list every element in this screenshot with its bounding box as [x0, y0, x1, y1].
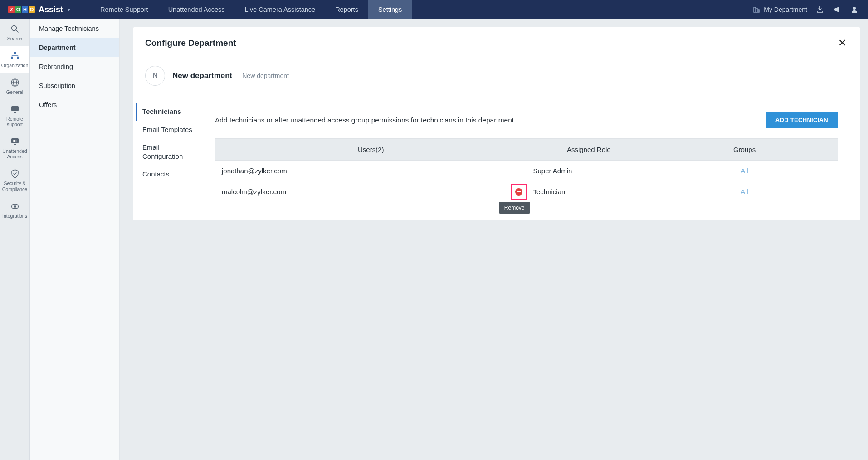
- cell-role: Super Admin: [527, 161, 651, 181]
- topbar-right: My Department: [753, 5, 859, 14]
- top-nav: Remote Support Unattended Access Live Ca…: [90, 0, 412, 19]
- rail-label: General: [6, 89, 23, 95]
- configure-department-panel: Configure Department ✕ N New department …: [133, 27, 860, 220]
- technicians-table: Users(2) Assigned Role Groups jonathan@z…: [215, 138, 838, 202]
- department-name: New department: [172, 71, 232, 80]
- department-subtitle: New department: [242, 72, 289, 79]
- description-text: Add technicians or alter unattended acce…: [215, 116, 756, 124]
- organization-icon: [10, 51, 20, 61]
- tab-content: Add technicians or alter unattended acce…: [205, 103, 851, 220]
- cell-user: malcolm@zylker.com Remove: [215, 181, 527, 202]
- sidebar-item-subscription[interactable]: Subscription: [30, 76, 119, 95]
- groups-link[interactable]: All: [658, 188, 831, 196]
- table-row[interactable]: jonathan@zylker.com Super Admin All: [215, 161, 838, 181]
- chevron-down-icon[interactable]: ▾: [68, 7, 70, 13]
- svg-line-5: [16, 30, 18, 33]
- svg-point-3: [853, 7, 856, 10]
- rail-remote-support[interactable]: Remote support: [0, 99, 29, 132]
- announcement-icon[interactable]: [833, 5, 842, 14]
- logo-zoho-icon: Z O H O: [8, 6, 35, 13]
- add-technician-button[interactable]: ADD TECHNICIAN: [766, 112, 838, 128]
- svg-rect-6: [14, 52, 16, 54]
- svg-rect-7: [11, 57, 13, 59]
- side-tabs: Technicians Email Templates Email Config…: [136, 103, 200, 220]
- topbar: Z O H O Assist ▾ Remote Support Unattend…: [0, 0, 868, 19]
- rail-security[interactable]: Security & Compliance: [0, 164, 29, 196]
- svg-rect-19: [14, 144, 16, 145]
- tab-email-templates[interactable]: Email Templates: [136, 121, 200, 139]
- nav-settings[interactable]: Settings: [368, 0, 412, 19]
- nav-reports[interactable]: Reports: [325, 0, 368, 19]
- cell-groups: All: [651, 161, 838, 181]
- panel-title: Configure Department: [145, 38, 236, 48]
- building-icon: [753, 6, 760, 13]
- svg-point-17: [13, 140, 15, 142]
- department-selector[interactable]: My Department: [753, 6, 807, 13]
- svg-point-4: [11, 26, 16, 31]
- svg-rect-1: [756, 9, 758, 12]
- logo[interactable]: Z O H O Assist ▾: [8, 5, 70, 15]
- rail-label: Search: [7, 36, 22, 41]
- unattended-icon: [10, 137, 20, 147]
- rail-label: Integrations: [2, 213, 27, 219]
- tab-contacts[interactable]: Contacts: [136, 165, 200, 183]
- rail-organization[interactable]: Organization: [0, 46, 29, 73]
- nav-remote-support[interactable]: Remote Support: [90, 0, 158, 19]
- col-role: Assigned Role: [527, 139, 651, 161]
- table-row[interactable]: malcolm@zylker.com Remove Technician All: [215, 181, 838, 202]
- cell-groups: All: [651, 181, 838, 202]
- remove-button[interactable]: [511, 184, 527, 200]
- rail-general[interactable]: General: [0, 73, 29, 99]
- remove-minus-icon: [515, 188, 522, 196]
- sidebar-item-department[interactable]: Department: [30, 38, 119, 57]
- svg-rect-18: [15, 141, 17, 141]
- remove-tooltip: Remove: [499, 202, 530, 214]
- sidebar-item-rebranding[interactable]: Rebranding: [30, 57, 119, 76]
- close-icon[interactable]: ✕: [836, 37, 848, 49]
- svg-rect-8: [17, 57, 19, 59]
- department-label: My Department: [764, 6, 807, 13]
- logo-product: Assist: [39, 5, 63, 15]
- main-area: Configure Department ✕ N New department …: [120, 19, 868, 460]
- rail-label: Security & Compliance: [1, 181, 29, 191]
- svg-rect-0: [754, 7, 756, 12]
- rail-unattended-access[interactable]: Unattended Access: [0, 132, 29, 164]
- settings-sidebar: Manage Technicians Department Rebranding…: [30, 19, 120, 460]
- cell-role: Technician: [527, 181, 651, 202]
- col-users: Users(2): [215, 139, 527, 161]
- tab-email-configuration[interactable]: Email Configuration: [136, 138, 200, 165]
- cell-user: jonathan@zylker.com: [215, 161, 527, 181]
- left-rail: Search Organization General Remote suppo…: [0, 19, 30, 460]
- nav-unattended-access[interactable]: Unattended Access: [158, 0, 235, 19]
- rail-search[interactable]: Search: [0, 19, 29, 46]
- user-icon[interactable]: [850, 5, 859, 14]
- download-icon[interactable]: [815, 5, 824, 14]
- remote-support-icon: [10, 104, 20, 114]
- link-icon: [10, 201, 20, 211]
- rail-label: Unattended Access: [1, 148, 29, 159]
- panel-header: Configure Department ✕: [133, 27, 860, 60]
- rail-integrations[interactable]: Integrations: [0, 196, 29, 223]
- search-icon: [10, 24, 20, 34]
- panel-body: Technicians Email Templates Email Config…: [133, 94, 860, 220]
- rail-label: Remote support: [1, 116, 29, 127]
- svg-rect-2: [758, 10, 759, 12]
- rail-label: Organization: [1, 63, 29, 68]
- tab-technicians[interactable]: Technicians: [136, 103, 200, 121]
- svg-point-21: [14, 204, 18, 208]
- sidebar-item-offers[interactable]: Offers: [30, 95, 119, 114]
- sidebar-item-manage-technicians[interactable]: Manage Technicians: [30, 19, 119, 38]
- col-groups: Groups: [651, 139, 838, 161]
- shield-icon: [10, 169, 20, 179]
- svg-rect-15: [14, 112, 16, 113]
- nav-live-camera[interactable]: Live Camera Assistance: [235, 0, 326, 19]
- globe-icon: [10, 78, 20, 88]
- department-header: N New department New department: [133, 60, 860, 94]
- description-row: Add technicians or alter unattended acce…: [215, 112, 838, 128]
- department-avatar: N: [145, 66, 165, 86]
- groups-link[interactable]: All: [658, 167, 831, 175]
- svg-rect-14: [15, 107, 15, 109]
